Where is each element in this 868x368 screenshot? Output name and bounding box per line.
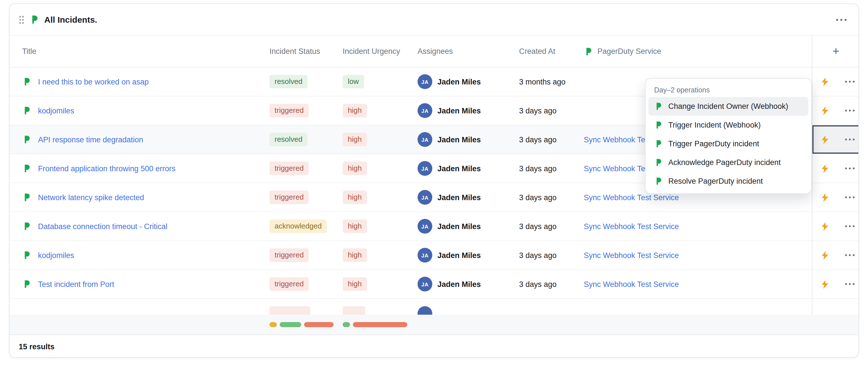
results-count: 15 results	[19, 342, 55, 351]
row-menu-button[interactable]	[842, 252, 857, 259]
created-at: 3 days ago	[519, 106, 584, 115]
column-header-assignees[interactable]: Assignees	[417, 47, 519, 56]
status-badge: acknowledged	[270, 220, 327, 233]
table-header-row: Title Incident Status Incident Urgency A…	[10, 36, 858, 67]
status-summary-bars	[270, 322, 334, 327]
created-at: 3 days ago	[519, 222, 584, 231]
table-row: Test incident from Port triggered high J…	[10, 270, 858, 299]
dropdown-header: Day–2 operations	[648, 82, 808, 97]
automations-button[interactable]	[815, 274, 835, 294]
pagerduty-icon	[22, 250, 31, 260]
assignee-name: Jaden Miles	[437, 77, 481, 86]
dropdown-item[interactable]: Resolve PagerDuty incident	[648, 172, 808, 191]
pagerduty-service-link[interactable]: Sync Webhook Test Service	[584, 193, 679, 202]
urgency-badge: high	[343, 162, 367, 175]
avatar: JA	[417, 277, 432, 292]
summary-band	[10, 315, 858, 335]
column-header-created-at[interactable]: Created At	[519, 47, 584, 56]
urgency-badge: high	[343, 220, 367, 233]
row-menu-button[interactable]	[842, 223, 857, 230]
row-menu-button[interactable]	[842, 281, 857, 288]
avatar	[417, 306, 432, 315]
row-menu-button[interactable]	[842, 165, 857, 172]
row-menu-button[interactable]	[842, 136, 857, 143]
assignee-name: Jaden Miles	[437, 106, 481, 115]
day2-operations-dropdown: Day–2 operations Change Incident Owner (…	[645, 78, 812, 194]
created-at: 3 days ago	[519, 193, 584, 202]
incident-title-link[interactable]: I need this to be worked on asap	[38, 77, 149, 86]
automations-button[interactable]	[815, 158, 835, 179]
row-menu-button[interactable]	[842, 78, 857, 85]
created-at: 3 days ago	[519, 251, 584, 259]
status-badge: triggered	[270, 162, 309, 175]
avatar: JA	[417, 248, 432, 263]
partial-table-row	[10, 299, 858, 315]
status-badge: triggered	[270, 277, 309, 291]
table-footer: 15 results	[10, 335, 858, 358]
dropdown-item[interactable]: Change Incident Owner (Webhook)	[648, 97, 808, 116]
row-menu-button[interactable]	[842, 194, 857, 201]
urgency-badge	[343, 306, 365, 315]
dropdown-item[interactable]: Trigger Incident (Webhook)	[648, 116, 808, 134]
urgency-badge: high	[343, 191, 367, 204]
automations-button[interactable]	[815, 100, 835, 121]
status-badge: triggered	[270, 191, 309, 204]
created-at: 3 days ago	[519, 280, 584, 288]
automations-button[interactable]	[815, 216, 835, 236]
avatar: JA	[417, 74, 432, 89]
assignee-name: Jaden Miles	[437, 222, 481, 231]
drag-handle-icon[interactable]	[19, 15, 24, 24]
dropdown-item[interactable]: Trigger PagerDuty incident	[648, 134, 808, 153]
avatar: JA	[417, 219, 432, 234]
avatar: JA	[417, 161, 432, 176]
dropdown-item[interactable]: Acknowledge PagerDuty incident	[648, 153, 808, 172]
assignee-name: Jaden Miles	[437, 251, 481, 259]
created-at: 3 days ago	[519, 135, 584, 144]
pagerduty-icon	[22, 77, 31, 86]
row-menu-button[interactable]	[842, 107, 857, 114]
add-property-button[interactable]: +	[830, 42, 841, 60]
incident-title-link[interactable]: Test incident from Port	[38, 280, 114, 288]
incident-title-link[interactable]: kodjomiles	[38, 251, 74, 259]
urgency-badge: high	[343, 277, 367, 291]
assignee-name: Jaden Miles	[437, 193, 481, 202]
column-header-pagerduty-service[interactable]: PagerDuty Service	[584, 47, 812, 56]
pagerduty-icon	[584, 47, 593, 56]
add-column-cell: +	[812, 36, 859, 67]
pagerduty-icon	[22, 106, 31, 115]
incident-title-link[interactable]: kodjomiles	[38, 106, 74, 115]
avatar: JA	[417, 132, 432, 147]
pagerduty-icon	[654, 158, 663, 167]
created-at: 3 days ago	[519, 164, 584, 173]
widget-menu-button[interactable]	[833, 16, 849, 23]
pagerduty-service-link[interactable]: Sync Webhook Test Service	[584, 251, 679, 259]
column-header-status[interactable]: Incident Status	[270, 47, 343, 56]
urgency-badge: high	[343, 104, 367, 118]
column-header-title[interactable]: Title	[10, 47, 270, 56]
urgency-badge: high	[343, 133, 367, 146]
automations-button[interactable]	[815, 245, 835, 265]
pagerduty-icon	[22, 279, 31, 289]
incident-title-link[interactable]: Frontend application throwing 500 errors	[38, 164, 176, 173]
automations-button[interactable]	[815, 187, 835, 207]
all-incidents-widget: All Incidents. Title Incident Status Inc…	[9, 3, 859, 358]
avatar: JA	[417, 190, 432, 205]
urgency-badge: high	[343, 248, 367, 262]
incident-title-link[interactable]: API response time degradation	[38, 135, 143, 144]
table-row: kodjomiles triggered high JAJaden Miles …	[10, 241, 858, 270]
widget-title: All Incidents.	[44, 15, 97, 24]
pagerduty-icon	[654, 121, 663, 129]
pagerduty-icon	[654, 139, 663, 148]
incident-title-link[interactable]: Network latency spike detected	[38, 193, 144, 202]
pagerduty-service-link[interactable]: Sync Webhook Test Service	[584, 280, 679, 288]
incident-title-link[interactable]: Database connection timeout - Critical	[38, 222, 167, 231]
avatar: JA	[417, 103, 432, 118]
status-badge: resolved	[270, 133, 308, 146]
status-badge: triggered	[270, 104, 309, 118]
pagerduty-icon	[22, 164, 31, 173]
automations-button[interactable]	[815, 71, 835, 92]
status-badge	[270, 306, 310, 315]
column-header-urgency[interactable]: Incident Urgency	[343, 47, 417, 56]
pagerduty-service-link[interactable]: Sync Webhook Test Service	[584, 222, 679, 231]
automations-button[interactable]	[815, 129, 835, 150]
